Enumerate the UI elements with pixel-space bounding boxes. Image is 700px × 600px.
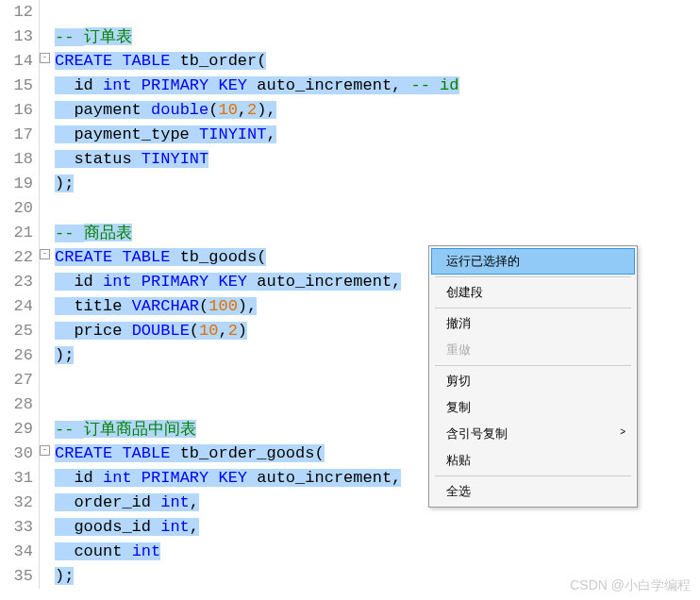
code-token: auto_increment, (247, 469, 401, 487)
code-token: , (238, 101, 247, 119)
code-token (112, 52, 122, 70)
code-token: -- (55, 421, 84, 439)
code-line[interactable]: payment_type TINYINT, (55, 123, 700, 147)
code-token: -- (55, 28, 84, 46)
code-token: goods_id (55, 518, 160, 536)
code-token: ), (238, 297, 257, 315)
line-number: 29 (0, 417, 33, 442)
line-number: 33 (0, 515, 33, 540)
code-token (112, 248, 122, 266)
code-token: 100 (208, 297, 238, 315)
code-token (132, 273, 142, 291)
menu-item[interactable]: 全选 (431, 478, 635, 505)
code-token: TABLE (122, 52, 170, 70)
code-token: tb_order_goods( (170, 444, 324, 462)
line-number: 30- (0, 442, 33, 466)
code-token: 10 (218, 101, 237, 119)
menu-item[interactable]: 撤消 (431, 310, 635, 337)
code-token: payment (55, 101, 151, 119)
code-token (208, 76, 218, 94)
code-token: 订单商品中间表 (84, 420, 196, 438)
code-line[interactable]: payment double(10,2), (55, 98, 700, 123)
code-line[interactable]: ); (55, 172, 700, 196)
code-token: 2 (247, 101, 257, 119)
menu-separator (435, 475, 631, 476)
fold-toggle-icon[interactable]: - (40, 53, 50, 63)
code-token: 10 (199, 322, 218, 340)
code-token: ); (55, 567, 74, 585)
code-token: KEY (218, 469, 247, 487)
code-line[interactable]: goods_id int, (55, 515, 700, 540)
menu-item[interactable]: 含引号复制> (431, 421, 635, 447)
code-token: price (55, 322, 132, 340)
menu-separator (435, 365, 631, 366)
code-token: tb_goods( (170, 248, 266, 266)
code-token: int (103, 76, 132, 94)
line-number: 31 (0, 466, 33, 491)
code-token: ), (257, 101, 275, 119)
code-line[interactable]: id int PRIMARY KEY auto_increment, -- id (55, 74, 700, 98)
code-token: PRIMARY (142, 273, 208, 291)
code-token: TINYINT (142, 150, 208, 168)
code-line[interactable]: -- 订单表 (55, 25, 700, 49)
code-line[interactable] (55, 0, 700, 25)
code-token: ( (190, 322, 199, 340)
menu-item[interactable]: 粘贴 (431, 447, 635, 474)
code-token: 2 (228, 322, 238, 340)
menu-item[interactable]: 剪切 (431, 368, 635, 394)
code-token: id (55, 76, 103, 94)
line-number: 34 (0, 540, 33, 564)
code-token: int (103, 273, 132, 291)
fold-toggle-icon[interactable]: - (40, 249, 50, 259)
code-token: PRIMARY (142, 469, 208, 487)
code-line[interactable]: status TINYINT (55, 147, 700, 172)
code-token: ) (238, 322, 247, 340)
code-token: VARCHAR (132, 297, 199, 315)
line-number: 35 (0, 564, 33, 589)
code-token: DOUBLE (132, 322, 190, 340)
code-token: , (190, 493, 199, 511)
line-number: 23 (0, 270, 33, 294)
code-token: ( (208, 101, 218, 119)
line-number: 21 (0, 221, 33, 245)
code-token: int (160, 518, 190, 536)
code-token: 商品表 (84, 224, 132, 242)
line-number: 28 (0, 392, 33, 417)
code-token: title (55, 297, 132, 315)
code-token: int (160, 493, 190, 511)
code-token: double (151, 101, 208, 119)
code-token: , (266, 125, 275, 143)
code-token (132, 76, 142, 94)
code-token (208, 469, 218, 487)
line-number: 13 (0, 25, 33, 49)
code-token: id (55, 469, 103, 487)
code-token (208, 273, 218, 291)
code-token: CREATE (55, 444, 112, 462)
code-token: , (190, 518, 199, 536)
code-token: PRIMARY (142, 76, 208, 94)
menu-item: 重做 (431, 337, 635, 363)
context-menu[interactable]: 运行已选择的创建段撤消重做剪切复制含引号复制>粘贴全选 (428, 245, 638, 508)
code-token: -- (55, 225, 84, 242)
code-token: TINYINT (199, 125, 266, 143)
line-number: 14- (0, 49, 33, 74)
code-token: KEY (218, 76, 247, 94)
code-token: TABLE (122, 248, 170, 266)
line-number: 18 (0, 147, 33, 172)
code-line[interactable]: count int (55, 540, 700, 564)
line-number: 22- (0, 245, 33, 270)
code-token: int (132, 542, 161, 560)
code-token: count (55, 542, 132, 560)
code-token: ); (55, 346, 74, 364)
code-line[interactable]: -- 商品表 (55, 221, 700, 245)
line-number-gutter: 121314-1516171819202122-2324252627282930… (0, 0, 40, 589)
code-token: CREATE (55, 248, 112, 266)
code-line[interactable]: CREATE TABLE tb_order( (55, 49, 700, 74)
fold-toggle-icon[interactable]: - (40, 445, 50, 456)
menu-item[interactable]: 复制 (431, 394, 635, 421)
menu-separator (435, 276, 631, 277)
watermark: CSDN @小白学编程 (570, 577, 691, 594)
code-line[interactable] (55, 196, 700, 221)
menu-item[interactable]: 运行已选择的 (431, 248, 635, 275)
menu-item[interactable]: 创建段 (431, 279, 635, 306)
